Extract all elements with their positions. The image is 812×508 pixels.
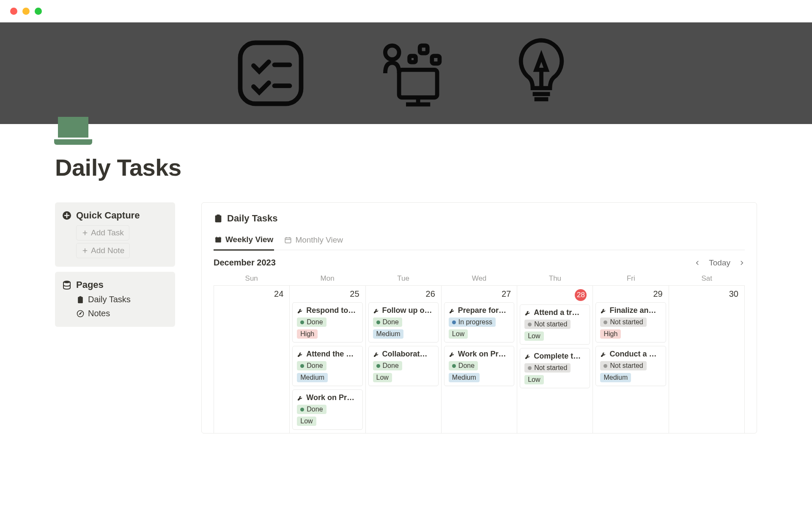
status-pill: Done xyxy=(373,361,402,370)
task-card[interactable]: Attend the …DoneMedium xyxy=(292,346,362,386)
clipboard-icon xyxy=(76,295,85,304)
wrench-icon xyxy=(297,351,304,358)
window-minimize-button[interactable] xyxy=(22,8,30,15)
wrench-icon xyxy=(600,307,607,314)
calendar-cell[interactable]: 29Finalize an…Not startedHighConduct a …… xyxy=(593,286,669,433)
plus-circle-icon xyxy=(62,210,72,221)
status-pill: In progress xyxy=(449,318,496,327)
task-title: Respond to… xyxy=(297,306,358,315)
pages-link-label: Daily Tasks xyxy=(88,295,131,304)
svg-rect-7 xyxy=(420,46,428,53)
svg-rect-19 xyxy=(215,215,222,223)
day-number: 28 xyxy=(520,289,590,301)
task-card[interactable]: Finalize an…Not startedHigh xyxy=(595,302,666,342)
task-title: Attend the … xyxy=(297,350,358,359)
tab-label: Monthly View xyxy=(295,235,343,245)
status-pill: Done xyxy=(297,361,326,370)
wrench-icon xyxy=(449,307,455,314)
view-tabs: Weekly View Monthly View xyxy=(214,232,745,250)
priority-pill: Medium xyxy=(373,329,404,339)
task-card[interactable]: Complete t…Not startedLow xyxy=(520,348,590,388)
page-title[interactable]: Daily Tasks xyxy=(55,154,757,181)
wrench-icon xyxy=(449,351,455,358)
calendar-cell[interactable]: 24 xyxy=(214,286,290,433)
checklist-icon xyxy=(233,35,309,111)
pages-link-notes[interactable]: Notes xyxy=(76,309,168,318)
calendar-cell[interactable]: 30 xyxy=(669,286,745,433)
calendar-cell[interactable]: 27Prepare for…In progressLowWork on Pr…D… xyxy=(442,286,517,433)
task-card[interactable]: Work on Pr…DoneMedium xyxy=(444,346,514,386)
status-pill: Not started xyxy=(524,363,571,373)
day-number: 24 xyxy=(217,289,287,299)
calendar-title: Daily Tasks xyxy=(227,213,277,224)
window-zoom-button[interactable] xyxy=(35,8,42,15)
page-icon-laptop[interactable] xyxy=(54,117,92,143)
priority-pill: Medium xyxy=(449,373,480,382)
tab-weekly-view[interactable]: Weekly View xyxy=(214,232,274,251)
svg-rect-16 xyxy=(80,296,82,297)
day-header: Sat xyxy=(669,272,745,285)
task-title: Prepare for… xyxy=(449,306,510,315)
window-titlebar xyxy=(0,0,812,22)
plus-icon xyxy=(82,229,88,236)
day-number: 30 xyxy=(672,289,742,299)
svg-point-14 xyxy=(63,281,70,283)
task-card[interactable]: Prepare for…In progressLow xyxy=(444,302,514,342)
task-title: Finalize an… xyxy=(600,306,661,315)
add-task-button[interactable]: Add Task xyxy=(76,225,129,240)
calendar-cell[interactable]: 25Respond to…DoneHighAttend the …DoneMed… xyxy=(290,286,365,433)
today-button[interactable]: Today xyxy=(709,258,730,268)
task-card[interactable]: Attend a tr…Not startedLow xyxy=(520,304,590,345)
wrench-icon xyxy=(373,307,380,314)
status-pill: Not started xyxy=(600,318,646,327)
chevron-left-icon[interactable] xyxy=(694,260,700,266)
priority-pill: High xyxy=(297,329,318,339)
wrench-icon xyxy=(524,309,531,316)
svg-point-18 xyxy=(80,313,81,314)
calendar-cell[interactable]: 28Attend a tr…Not startedLowComplete t…N… xyxy=(517,286,593,433)
status-pill: Not started xyxy=(524,320,571,329)
calendar-body: 2425Respond to…DoneHighAttend the …DoneM… xyxy=(214,285,745,433)
priority-pill: Low xyxy=(524,375,543,384)
tab-monthly-view[interactable]: Monthly View xyxy=(283,232,344,250)
wrench-icon xyxy=(297,395,304,401)
day-number: 26 xyxy=(368,289,439,299)
svg-rect-15 xyxy=(78,297,83,303)
task-card[interactable]: Work on Pr…DoneLow xyxy=(292,389,362,430)
wrench-icon xyxy=(524,353,531,360)
month-label: December 2023 xyxy=(214,258,276,268)
add-note-button[interactable]: Add Note xyxy=(76,243,130,258)
priority-pill: Low xyxy=(373,373,392,382)
task-title: Collaborat… xyxy=(373,350,434,359)
clipboard-icon xyxy=(214,214,223,223)
tab-label: Weekly View xyxy=(225,235,273,244)
add-task-label: Add Task xyxy=(91,228,124,237)
task-card[interactable]: Conduct a …Not startedMedium xyxy=(595,346,666,386)
svg-rect-20 xyxy=(217,215,219,216)
svg-rect-0 xyxy=(240,43,301,104)
chevron-right-icon[interactable] xyxy=(739,260,745,266)
day-number: 25 xyxy=(292,289,362,299)
status-pill: Done xyxy=(297,318,326,327)
pages-link-daily-tasks[interactable]: Daily Tasks xyxy=(76,295,168,304)
calendar-cell[interactable]: 26Follow up o…DoneMediumCollaborat…DoneL… xyxy=(366,286,442,433)
task-card[interactable]: Collaborat…DoneLow xyxy=(368,346,439,386)
quick-capture-heading: Quick Capture xyxy=(76,210,140,221)
svg-rect-4 xyxy=(399,70,437,97)
database-icon xyxy=(62,280,72,290)
task-title: Complete t… xyxy=(524,352,585,361)
task-title: Work on Pr… xyxy=(449,350,510,359)
window-close-button[interactable] xyxy=(10,8,17,15)
task-title: Attend a tr… xyxy=(524,308,585,317)
calendar-pane: Daily Tasks Weekly View Monthly View Dec… xyxy=(201,202,757,433)
status-pill: Not started xyxy=(600,361,646,370)
task-title: Follow up o… xyxy=(373,306,434,315)
task-card[interactable]: Follow up o…DoneMedium xyxy=(368,302,439,342)
priority-pill: Low xyxy=(524,331,543,341)
priority-pill: Low xyxy=(449,329,468,339)
task-card[interactable]: Respond to…DoneHigh xyxy=(292,302,362,342)
day-header: Sun xyxy=(214,272,289,285)
svg-rect-22 xyxy=(215,237,221,239)
plus-icon xyxy=(82,247,88,254)
calendar-icon xyxy=(284,236,292,244)
